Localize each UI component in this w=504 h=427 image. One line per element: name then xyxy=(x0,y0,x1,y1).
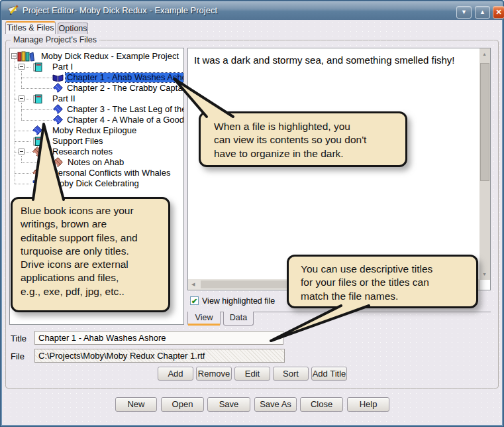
group-box-label: Manage Project's Files xyxy=(11,35,99,44)
writing-book-icon xyxy=(53,83,63,93)
writing-book-icon xyxy=(53,115,63,125)
tree-item-label: Chapter 4 - A Whale of a Good Time xyxy=(66,115,184,125)
tree-item-label: Part II xyxy=(51,94,77,103)
view-highlighted-file-label: View highlighted file xyxy=(202,296,275,306)
tree-item-label: Moby Dick Celebrating xyxy=(51,179,140,188)
active-tab-indicator xyxy=(188,324,220,326)
close-dialog-button[interactable]: Close xyxy=(300,397,343,412)
minimize-button[interactable]: ▼ xyxy=(456,6,472,19)
file-content-text: It was a dark and stormy sea, and someth… xyxy=(194,54,455,66)
tree-item-label: Part I xyxy=(51,62,74,72)
tab-options[interactable]: Options xyxy=(58,23,88,34)
tree-item-chapter-3[interactable]: Chapter 3 - The Last Leg of the Trip xyxy=(10,104,183,115)
tree-item-label: Personal Conflicts with Whales xyxy=(51,168,172,178)
view-highlighted-file-checkbox[interactable]: ✔ xyxy=(190,296,199,305)
tree-item-part-1[interactable]: Part I xyxy=(10,62,183,72)
open-button[interactable]: Open xyxy=(161,397,204,412)
window-title: Project Editor- Moby Dick Redux - Exampl… xyxy=(23,5,217,15)
edit-button[interactable]: Edit xyxy=(234,367,270,381)
tab-titles-and-files[interactable]: Titles & Files xyxy=(5,21,56,34)
support-book-icon xyxy=(53,157,63,167)
help-button[interactable]: Help xyxy=(347,397,389,412)
collapse-expander-icon[interactable] xyxy=(19,95,25,101)
save-button[interactable]: Save xyxy=(207,397,250,412)
file-field-label: File xyxy=(11,351,25,361)
tree-item-label: Chapter 2 - The Crabby Captain xyxy=(66,84,184,93)
title-field-label: Title xyxy=(11,334,26,343)
callout-icons-text: Blue book icons are your writings, brown… xyxy=(21,204,138,298)
tree-item-project-root[interactable]: Moby Dick Redux - Example Project xyxy=(10,51,183,62)
project-books-icon xyxy=(17,51,34,62)
tree-item-chapter-2[interactable]: Chapter 2 - The Crabby Captain xyxy=(10,83,183,93)
title-book-icon xyxy=(32,62,43,72)
tree-item-chapter-1[interactable]: Chapter 1 - Ahab Washes Ashore xyxy=(10,72,183,83)
collapse-expander-icon[interactable] xyxy=(19,149,25,154)
tree-item-label: Notes on Ahab xyxy=(66,158,125,167)
scroll-down-icon[interactable]: ▼ xyxy=(482,272,487,276)
tree-item-moby-dick-celebrating[interactable]: Moby Dick Celebrating xyxy=(10,178,183,189)
callout-highlight-text: When a file is highlighted, you can view… xyxy=(214,120,366,160)
tree-item-epilogue[interactable]: Moby Redux Epilogue xyxy=(10,125,183,136)
project-editor-window: Project Editor- Moby Dick Redux - Exampl… xyxy=(0,0,504,427)
writing-book-icon xyxy=(32,125,42,135)
tree-item-personal-conflicts[interactable]: Personal Conflicts with Whales xyxy=(10,168,183,178)
tree-item-support-files[interactable]: Support Files xyxy=(10,136,183,147)
tree-item-label-selected: Chapter 1 - Ahab Washes Ashore xyxy=(66,73,184,82)
maximize-button[interactable]: ▲ xyxy=(475,6,490,19)
app-pencil-icon xyxy=(7,5,20,18)
scroll-left-icon[interactable]: ◀ xyxy=(191,282,195,286)
external-drive-icon xyxy=(32,178,43,188)
close-button[interactable]: ✕ xyxy=(493,6,504,19)
title-input[interactable] xyxy=(34,331,283,345)
tree-item-notes-on-ahab[interactable]: Notes on Ahab xyxy=(10,157,183,168)
collapse-expander-icon[interactable] xyxy=(19,64,25,70)
new-button[interactable]: New xyxy=(115,397,157,412)
callout-titles-bubble: You can use descriptive titles for your … xyxy=(287,255,478,308)
add-title-button[interactable]: Add Title xyxy=(311,367,347,381)
scroll-up-icon[interactable]: ▲ xyxy=(482,52,487,56)
writing-book-icon xyxy=(53,104,63,114)
sort-button[interactable]: Sort xyxy=(273,367,309,381)
tree-item-label: Support Files xyxy=(51,137,105,146)
tree-item-research-notes[interactable]: Research notes xyxy=(10,147,183,157)
tree-item-part-2[interactable]: Part II xyxy=(10,93,183,104)
tab-data[interactable]: Data xyxy=(223,312,254,326)
save-as-button[interactable]: Save As xyxy=(254,397,297,412)
tree-item-label: Chapter 3 - The Last Leg of the Trip xyxy=(66,105,184,114)
callout-titles-text: You can use descriptive titles for your … xyxy=(301,263,432,303)
callout-highlight-bubble: When a file is highlighted, you can view… xyxy=(199,111,407,167)
title-book-icon xyxy=(32,93,43,104)
title-book-icon xyxy=(32,136,43,147)
support-book-icon xyxy=(32,168,42,178)
collapse-expander-icon[interactable] xyxy=(11,53,17,59)
tree-item-label: Research notes xyxy=(51,147,114,156)
tree-item-label: Moby Dick Redux - Example Project xyxy=(40,52,180,61)
vertical-scroll-thumb[interactable] xyxy=(480,63,489,181)
support-book-icon xyxy=(32,147,42,156)
file-path-input[interactable] xyxy=(34,349,285,363)
open-book-icon xyxy=(52,73,64,82)
vertical-scrollbar[interactable]: ▲ ▼ xyxy=(479,48,490,280)
callout-icons-bubble: Blue book icons are your writings, brown… xyxy=(11,197,170,312)
tree-item-chapter-4[interactable]: Chapter 4 - A Whale of a Good Time xyxy=(10,115,183,125)
remove-button[interactable]: Remove xyxy=(196,367,232,381)
tree-item-label: Moby Redux Epilogue xyxy=(51,126,138,135)
title-bar[interactable]: Project Editor- Moby Dick Redux - Exampl… xyxy=(1,1,503,20)
add-button[interactable]: Add xyxy=(158,367,193,381)
